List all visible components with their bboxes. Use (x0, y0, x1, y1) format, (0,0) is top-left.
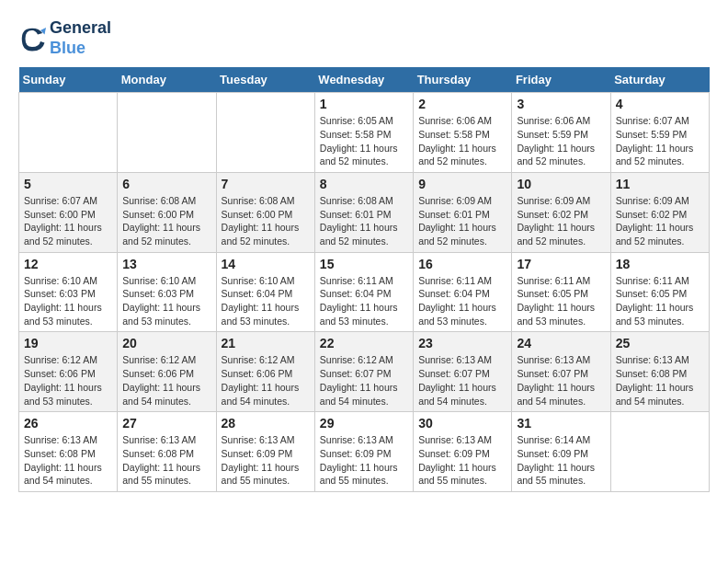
day-number: 26 (24, 416, 112, 431)
calendar-cell: 27Sunrise: 6:13 AM Sunset: 6:08 PM Dayli… (118, 412, 216, 492)
day-number: 19 (24, 336, 112, 350)
day-number: 1 (320, 97, 408, 111)
day-info: Sunrise: 6:05 AM Sunset: 5:58 PM Dayligh… (320, 114, 408, 168)
weekday-header-thursday: Thursday (414, 67, 512, 93)
calendar-cell: 17Sunrise: 6:11 AM Sunset: 6:05 PM Dayli… (512, 252, 610, 332)
calendar-cell: 19Sunrise: 6:12 AM Sunset: 6:06 PM Dayli… (19, 332, 118, 412)
calendar-cell: 24Sunrise: 6:13 AM Sunset: 6:07 PM Dayli… (512, 332, 610, 412)
calendar-cell: 11Sunrise: 6:09 AM Sunset: 6:02 PM Dayli… (610, 172, 709, 252)
day-info: Sunrise: 6:13 AM Sunset: 6:08 PM Dayligh… (616, 353, 704, 408)
calendar-cell: 7Sunrise: 6:08 AM Sunset: 6:00 PM Daylig… (216, 172, 314, 252)
day-number: 17 (517, 257, 605, 271)
calendar-cell: 31Sunrise: 6:14 AM Sunset: 6:09 PM Dayli… (512, 412, 610, 492)
day-info: Sunrise: 6:13 AM Sunset: 6:07 PM Dayligh… (517, 353, 605, 408)
logo: General Blue (18, 18, 111, 58)
day-info: Sunrise: 6:13 AM Sunset: 6:08 PM Dayligh… (24, 433, 112, 488)
calendar-cell: 26Sunrise: 6:13 AM Sunset: 6:08 PM Dayli… (19, 412, 118, 492)
day-info: Sunrise: 6:11 AM Sunset: 6:04 PM Dayligh… (320, 274, 408, 328)
day-number: 29 (320, 416, 408, 431)
day-info: Sunrise: 6:08 AM Sunset: 6:01 PM Dayligh… (320, 194, 408, 248)
weekday-header-friday: Friday (512, 67, 610, 93)
day-number: 15 (320, 257, 408, 271)
calendar-cell: 4Sunrise: 6:07 AM Sunset: 5:59 PM Daylig… (610, 93, 709, 173)
day-info: Sunrise: 6:10 AM Sunset: 6:04 PM Dayligh… (222, 274, 310, 328)
day-info: Sunrise: 6:10 AM Sunset: 6:03 PM Dayligh… (122, 274, 210, 328)
day-info: Sunrise: 6:13 AM Sunset: 6:08 PM Dayligh… (122, 433, 210, 488)
day-info: Sunrise: 6:12 AM Sunset: 6:06 PM Dayligh… (222, 353, 310, 408)
day-info: Sunrise: 6:13 AM Sunset: 6:09 PM Dayligh… (222, 433, 310, 488)
day-number: 24 (517, 336, 605, 350)
calendar-cell: 30Sunrise: 6:13 AM Sunset: 6:09 PM Dayli… (414, 412, 512, 492)
calendar-cell (216, 93, 314, 173)
calendar-cell: 20Sunrise: 6:12 AM Sunset: 6:06 PM Dayli… (118, 332, 216, 412)
calendar-cell: 25Sunrise: 6:13 AM Sunset: 6:08 PM Dayli… (610, 332, 709, 412)
day-number: 12 (24, 257, 112, 271)
day-info: Sunrise: 6:10 AM Sunset: 6:03 PM Dayligh… (24, 274, 112, 328)
calendar-cell: 22Sunrise: 6:12 AM Sunset: 6:07 PM Dayli… (314, 332, 413, 412)
calendar-cell: 2Sunrise: 6:06 AM Sunset: 5:58 PM Daylig… (414, 93, 512, 173)
calendar-cell: 15Sunrise: 6:11 AM Sunset: 6:04 PM Dayli… (314, 252, 413, 332)
day-info: Sunrise: 6:08 AM Sunset: 6:00 PM Dayligh… (122, 194, 210, 248)
calendar-cell: 10Sunrise: 6:09 AM Sunset: 6:02 PM Dayli… (512, 172, 610, 252)
calendar-week-row: 5Sunrise: 6:07 AM Sunset: 6:00 PM Daylig… (19, 172, 710, 252)
day-number: 7 (222, 177, 310, 191)
day-number: 16 (418, 257, 506, 271)
calendar-cell: 9Sunrise: 6:09 AM Sunset: 6:01 PM Daylig… (414, 172, 512, 252)
day-number: 21 (222, 336, 310, 350)
day-info: Sunrise: 6:12 AM Sunset: 6:07 PM Dayligh… (320, 353, 408, 408)
logo-text: General Blue (50, 18, 111, 58)
day-number: 2 (418, 97, 506, 111)
day-info: Sunrise: 6:06 AM Sunset: 5:59 PM Dayligh… (517, 114, 605, 168)
calendar-cell: 16Sunrise: 6:11 AM Sunset: 6:04 PM Dayli… (414, 252, 512, 332)
page-header: General Blue (18, 18, 710, 58)
calendar-week-row: 12Sunrise: 6:10 AM Sunset: 6:03 PM Dayli… (19, 252, 710, 332)
day-number: 6 (122, 177, 210, 191)
calendar-cell: 13Sunrise: 6:10 AM Sunset: 6:03 PM Dayli… (118, 252, 216, 332)
day-number: 9 (418, 177, 506, 191)
day-number: 22 (320, 336, 408, 350)
day-info: Sunrise: 6:12 AM Sunset: 6:06 PM Dayligh… (24, 353, 112, 408)
day-info: Sunrise: 6:06 AM Sunset: 5:58 PM Dayligh… (418, 114, 506, 168)
day-number: 14 (222, 257, 310, 271)
day-number: 11 (616, 177, 704, 191)
day-number: 27 (122, 416, 210, 431)
weekday-header-sunday: Sunday (19, 67, 118, 93)
day-number: 30 (418, 416, 506, 431)
calendar-table: SundayMondayTuesdayWednesdayThursdayFrid… (18, 67, 710, 492)
weekday-header-row: SundayMondayTuesdayWednesdayThursdayFrid… (19, 67, 710, 93)
calendar-week-row: 1Sunrise: 6:05 AM Sunset: 5:58 PM Daylig… (19, 93, 710, 173)
day-number: 10 (517, 177, 605, 191)
calendar-cell: 29Sunrise: 6:13 AM Sunset: 6:09 PM Dayli… (314, 412, 413, 492)
day-info: Sunrise: 6:14 AM Sunset: 6:09 PM Dayligh… (517, 433, 605, 488)
weekday-header-wednesday: Wednesday (314, 67, 413, 93)
day-info: Sunrise: 6:11 AM Sunset: 6:04 PM Dayligh… (418, 274, 506, 328)
calendar-cell: 6Sunrise: 6:08 AM Sunset: 6:00 PM Daylig… (118, 172, 216, 252)
day-number: 13 (122, 257, 210, 271)
calendar-cell: 14Sunrise: 6:10 AM Sunset: 6:04 PM Dayli… (216, 252, 314, 332)
calendar-week-row: 26Sunrise: 6:13 AM Sunset: 6:08 PM Dayli… (19, 412, 710, 492)
day-info: Sunrise: 6:12 AM Sunset: 6:06 PM Dayligh… (122, 353, 210, 408)
weekday-header-saturday: Saturday (610, 67, 709, 93)
day-info: Sunrise: 6:09 AM Sunset: 6:02 PM Dayligh… (517, 194, 605, 248)
calendar-cell: 5Sunrise: 6:07 AM Sunset: 6:00 PM Daylig… (19, 172, 118, 252)
calendar-cell: 3Sunrise: 6:06 AM Sunset: 5:59 PM Daylig… (512, 93, 610, 173)
day-number: 31 (517, 416, 605, 431)
day-info: Sunrise: 6:08 AM Sunset: 6:00 PM Dayligh… (222, 194, 310, 248)
day-info: Sunrise: 6:09 AM Sunset: 6:02 PM Dayligh… (616, 194, 704, 248)
calendar-cell: 12Sunrise: 6:10 AM Sunset: 6:03 PM Dayli… (19, 252, 118, 332)
calendar-cell: 18Sunrise: 6:11 AM Sunset: 6:05 PM Dayli… (610, 252, 709, 332)
day-info: Sunrise: 6:11 AM Sunset: 6:05 PM Dayligh… (616, 274, 704, 328)
day-number: 5 (24, 177, 112, 191)
day-number: 8 (320, 177, 408, 191)
day-number: 23 (418, 336, 506, 350)
calendar-cell (19, 93, 118, 173)
day-number: 3 (517, 97, 605, 111)
day-number: 25 (616, 336, 704, 350)
weekday-header-tuesday: Tuesday (216, 67, 314, 93)
calendar-cell (610, 412, 709, 492)
calendar-cell (118, 93, 216, 173)
day-number: 18 (616, 257, 704, 271)
day-info: Sunrise: 6:07 AM Sunset: 5:59 PM Dayligh… (616, 114, 704, 168)
day-number: 4 (616, 97, 704, 111)
logo-icon (18, 25, 46, 52)
